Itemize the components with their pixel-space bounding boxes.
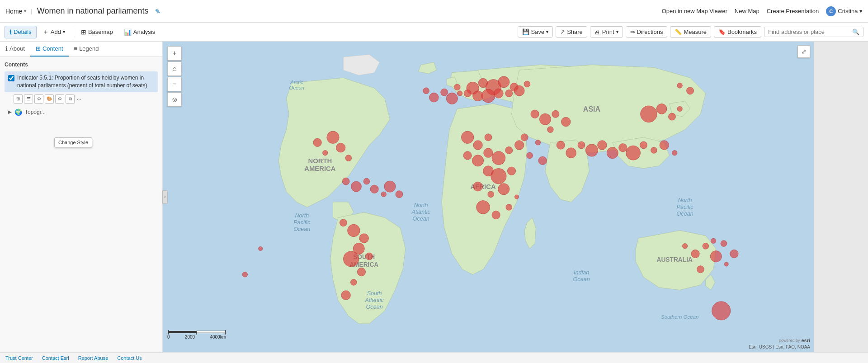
bookmarks-icon: 🔖 bbox=[718, 28, 726, 35]
svg-point-80 bbox=[336, 143, 345, 152]
bookmarks-button[interactable]: 🔖 Bookmarks bbox=[714, 26, 761, 38]
main-area: ℹ About ⊞ Content ≡ Legend Contents Indi… bbox=[0, 42, 868, 352]
details-button[interactable]: ℹ Details bbox=[5, 26, 37, 38]
tab-about[interactable]: ℹ About bbox=[0, 42, 30, 57]
analysis-button[interactable]: 📊 Analysis bbox=[119, 26, 160, 38]
svg-point-86 bbox=[366, 253, 373, 260]
zoom-out-button[interactable]: − bbox=[167, 77, 182, 91]
svg-text:ASIA: ASIA bbox=[583, 105, 601, 113]
svg-point-69 bbox=[507, 167, 515, 175]
svg-point-100 bbox=[259, 246, 263, 250]
svg-point-62 bbox=[463, 151, 472, 160]
scale-label-4000: 4000km bbox=[210, 335, 226, 339]
topo-layer[interactable]: ▶ 🌍 Topogr... bbox=[5, 106, 158, 118]
content-icon: ⊞ bbox=[36, 45, 41, 52]
expand-button[interactable]: ⤢ bbox=[797, 45, 810, 58]
new-map-button[interactable]: New Map bbox=[735, 8, 760, 14]
tab-legend[interactable]: ≡ Legend bbox=[69, 42, 104, 57]
svg-text:North: North bbox=[678, 197, 692, 203]
contact-us-link[interactable]: Contact Us bbox=[117, 355, 142, 361]
svg-point-119 bbox=[381, 192, 386, 197]
print-button[interactable]: 🖨 Print ▾ bbox=[590, 26, 623, 38]
basemap-icon: ⊞ bbox=[81, 28, 86, 36]
svg-point-56 bbox=[656, 104, 667, 114]
svg-point-57 bbox=[668, 113, 675, 120]
svg-point-73 bbox=[514, 195, 519, 199]
svg-point-59 bbox=[461, 131, 473, 143]
scale-labels: 0 2000 4000km bbox=[167, 335, 226, 339]
svg-point-106 bbox=[429, 93, 439, 102]
layer-tools: ⊞ ☰ ⚙ 🎨 ⚙ ⧉ ··· bbox=[14, 94, 158, 104]
svg-text:Arctic: Arctic bbox=[290, 80, 303, 85]
svg-point-114 bbox=[538, 156, 547, 165]
svg-point-102 bbox=[712, 302, 731, 320]
home-button[interactable]: Home ▾ bbox=[5, 8, 26, 15]
svg-point-96 bbox=[697, 266, 704, 273]
layer-visibility-checkbox[interactable] bbox=[8, 75, 14, 81]
svg-point-89 bbox=[350, 279, 357, 286]
contact-esri-link[interactable]: Contact Esri bbox=[42, 355, 69, 361]
svg-point-41 bbox=[561, 117, 571, 127]
svg-point-55 bbox=[641, 106, 657, 123]
svg-text:Pacific: Pacific bbox=[677, 204, 694, 210]
layer-tool-settings[interactable]: ⚙ bbox=[55, 94, 64, 104]
search-icon[interactable]: 🔍 bbox=[852, 28, 859, 35]
measure-icon: 📏 bbox=[675, 28, 682, 35]
svg-point-93 bbox=[703, 243, 709, 249]
measure-button[interactable]: 📏 Measure bbox=[670, 26, 711, 38]
legend-icon: ≡ bbox=[74, 45, 78, 52]
sidebar-collapse-button[interactable]: ‹ bbox=[162, 190, 168, 204]
share-icon: ↗ bbox=[560, 28, 565, 35]
locate-button[interactable]: ◎ bbox=[167, 92, 182, 107]
user-menu-button[interactable]: C Cristina ▾ bbox=[826, 6, 863, 16]
add-button[interactable]: ＋ Add ▾ bbox=[38, 25, 70, 39]
print-icon: 🖨 bbox=[594, 28, 600, 35]
powered-by-esri: powered by esri bbox=[779, 338, 810, 343]
trust-center-link[interactable]: Trust Center bbox=[5, 355, 33, 361]
svg-point-49 bbox=[619, 144, 627, 152]
svg-text:North: North bbox=[414, 202, 428, 208]
svg-point-107 bbox=[441, 89, 448, 96]
svg-point-34 bbox=[494, 89, 504, 98]
report-abuse-link[interactable]: Report Abuse bbox=[78, 355, 108, 361]
contents-label: Contents bbox=[5, 61, 158, 68]
change-style-tooltip: Change Style bbox=[54, 137, 92, 147]
svg-point-118 bbox=[370, 185, 378, 193]
scale-bar: 0 2000 4000km bbox=[167, 326, 226, 339]
svg-point-108 bbox=[446, 93, 458, 104]
user-name: Cristina ▾ bbox=[838, 8, 863, 14]
layer-tool-legend[interactable]: ⊞ bbox=[14, 94, 23, 104]
svg-text:Ocean: Ocean bbox=[413, 216, 429, 222]
map-container[interactable]: North Pacific Ocean North Atlantic Ocean… bbox=[163, 42, 814, 352]
svg-point-81 bbox=[345, 155, 352, 161]
layer-tool-copy[interactable]: ⧉ bbox=[66, 94, 75, 104]
share-button[interactable]: ↗ Share bbox=[556, 26, 587, 38]
tab-content[interactable]: ⊞ Content bbox=[30, 42, 69, 57]
svg-point-111 bbox=[521, 134, 528, 141]
directions-button[interactable]: ⇒ Directions bbox=[626, 26, 668, 38]
layer-tool-more[interactable]: ··· bbox=[77, 96, 81, 102]
toolbar: ℹ Details ＋ Add ▾ ⊞ Basemap 📊 Analysis 💾… bbox=[0, 23, 868, 42]
open-new-viewer-button[interactable]: Open in new Map Viewer bbox=[662, 8, 727, 14]
save-button[interactable]: 💾 Save ▾ bbox=[518, 26, 553, 38]
sidebar-content: Contents Indicator 5.5.1: Proportion of … bbox=[0, 57, 162, 352]
create-presentation-button[interactable]: Create Presentation bbox=[767, 8, 819, 14]
layer-tool-style[interactable]: 🎨 bbox=[45, 94, 54, 104]
layer-tool-table[interactable]: ☰ bbox=[24, 94, 33, 104]
home-extent-button[interactable]: ⌂ bbox=[167, 61, 182, 76]
layer-tool-filter[interactable]: ⚙ bbox=[34, 94, 43, 104]
toolbar-right: 💾 Save ▾ ↗ Share 🖨 Print ▾ ⇒ Directions … bbox=[518, 26, 863, 38]
edit-icon[interactable]: ✎ bbox=[155, 8, 160, 15]
svg-point-91 bbox=[682, 244, 687, 249]
svg-point-60 bbox=[473, 141, 483, 150]
svg-point-42 bbox=[547, 127, 554, 133]
svg-point-105 bbox=[423, 88, 429, 94]
svg-point-110 bbox=[535, 140, 540, 145]
svg-point-68 bbox=[491, 169, 506, 184]
zoom-in-button[interactable]: + bbox=[167, 46, 182, 61]
svg-point-99 bbox=[730, 250, 738, 258]
basemap-button[interactable]: ⊞ Basemap bbox=[76, 26, 118, 38]
search-input[interactable] bbox=[768, 28, 852, 35]
sidebar: ℹ About ⊞ Content ≡ Legend Contents Indi… bbox=[0, 42, 163, 352]
svg-point-54 bbox=[672, 150, 677, 155]
